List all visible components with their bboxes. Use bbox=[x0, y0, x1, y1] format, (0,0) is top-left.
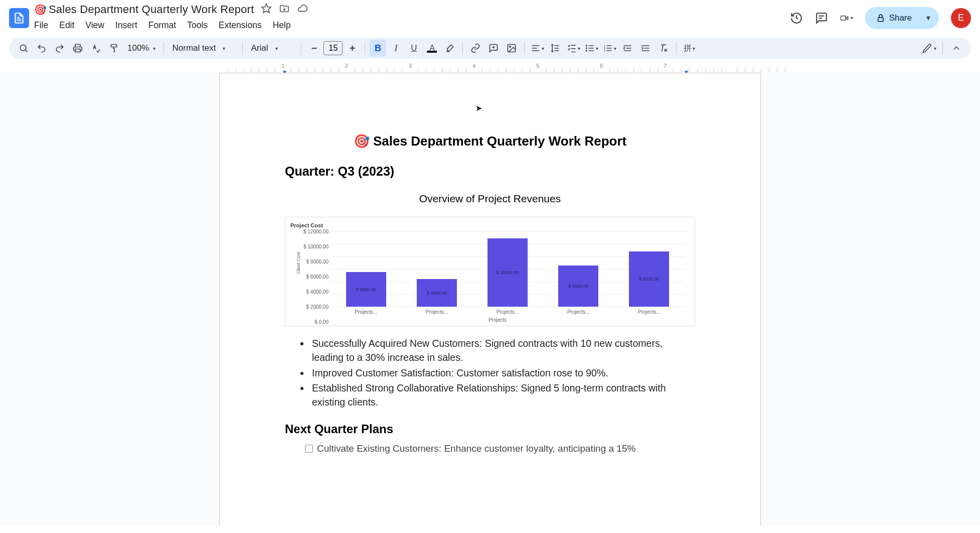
increase-indent-icon[interactable] bbox=[637, 40, 654, 57]
insert-link-icon[interactable] bbox=[467, 40, 484, 57]
quarter-heading[interactable]: Quarter: Q3 (2023) bbox=[285, 164, 695, 179]
svg-rect-1 bbox=[878, 18, 883, 22]
star-icon[interactable] bbox=[261, 3, 272, 16]
ruler-number: 3 bbox=[409, 63, 412, 69]
y-tick-label: $ 2000.00 bbox=[306, 304, 329, 310]
highlight-button[interactable] bbox=[441, 40, 458, 57]
doc-title-text[interactable]: Sales Department Quarterly Work Report bbox=[49, 3, 254, 16]
comments-icon[interactable] bbox=[815, 12, 828, 25]
svg-rect-3 bbox=[75, 49, 80, 52]
move-icon[interactable] bbox=[279, 3, 290, 16]
input-tools-icon[interactable]: 拼▾ bbox=[681, 40, 698, 57]
document-title[interactable]: 🎯 Sales Department Quarterly Work Report bbox=[285, 134, 695, 149]
ruler-number: 5 bbox=[536, 63, 539, 69]
search-menus-icon[interactable] bbox=[15, 40, 32, 57]
menu-format[interactable]: Format bbox=[143, 18, 181, 33]
next-quarter-heading[interactable]: Next Quarter Plans bbox=[285, 422, 695, 436]
underline-button[interactable]: U bbox=[405, 40, 422, 57]
menu-tools[interactable]: Tools bbox=[182, 18, 213, 33]
share-label: Share bbox=[889, 13, 912, 23]
achievements-list[interactable]: Successfully Acquired New Customers: Sig… bbox=[310, 336, 695, 409]
svg-point-8 bbox=[586, 50, 587, 51]
paragraph-style-dropdown[interactable]: Normal text▾ bbox=[168, 43, 238, 53]
list-item[interactable]: Improved Customer Satisfaction: Customer… bbox=[310, 366, 695, 380]
checklist-text: Cultivate Existing Customers: Enhance cu… bbox=[317, 443, 635, 454]
meet-icon[interactable]: ▾ bbox=[840, 12, 853, 25]
menu-edit[interactable]: Edit bbox=[54, 18, 79, 33]
bar: $ 8825.00 bbox=[629, 251, 669, 307]
overview-heading[interactable]: Overview of Project Revenues bbox=[285, 193, 695, 205]
font-dropdown[interactable]: Arial▾ bbox=[247, 43, 297, 53]
share-button[interactable]: Share bbox=[865, 7, 923, 29]
bold-button[interactable]: B bbox=[369, 40, 386, 57]
x-tick-label: Projects... bbox=[426, 309, 448, 315]
checkbox-icon[interactable] bbox=[305, 445, 313, 453]
decrease-font-icon[interactable]: − bbox=[305, 40, 322, 57]
bar: $ 6600.00 bbox=[558, 265, 598, 307]
clear-formatting-icon[interactable] bbox=[655, 40, 672, 57]
ruler-horizontal[interactable]: 1234567▾▾ bbox=[0, 63, 971, 72]
ruler-number: 6 bbox=[600, 63, 603, 69]
zoom-value: 100% bbox=[127, 43, 149, 53]
redo-icon[interactable] bbox=[51, 40, 68, 57]
history-icon[interactable] bbox=[790, 12, 803, 25]
docs-app-icon[interactable] bbox=[9, 8, 29, 28]
ruler-number: 4 bbox=[472, 63, 475, 69]
spellcheck-icon[interactable] bbox=[87, 40, 104, 57]
checklist-item[interactable]: Cultivate Existing Customers: Enhance cu… bbox=[305, 443, 695, 454]
checklist-icon[interactable]: ▾ bbox=[565, 40, 582, 57]
paint-format-icon[interactable] bbox=[105, 40, 122, 57]
text-color-button[interactable]: A bbox=[423, 40, 440, 57]
doc-heading-emoji: 🎯 bbox=[354, 134, 370, 149]
document-canvas[interactable]: ➤ 🎯 Sales Department Quarterly Work Repo… bbox=[0, 73, 980, 525]
print-icon[interactable] bbox=[69, 40, 86, 57]
list-item[interactable]: Successfully Acquired New Customers: Sig… bbox=[310, 336, 695, 365]
cloud-status-icon[interactable] bbox=[297, 3, 308, 16]
page[interactable]: ➤ 🎯 Sales Department Quarterly Work Repo… bbox=[219, 73, 761, 525]
line-spacing-icon[interactable] bbox=[547, 40, 564, 57]
svg-point-2 bbox=[20, 45, 26, 51]
y-tick-label: $ 4000.00 bbox=[306, 289, 329, 295]
menu-file[interactable]: File bbox=[34, 18, 53, 33]
avatar-letter: E bbox=[958, 13, 964, 23]
menu-view[interactable]: View bbox=[80, 18, 109, 33]
insert-image-icon[interactable] bbox=[503, 40, 520, 57]
collapse-toolbar-icon[interactable] bbox=[948, 40, 965, 57]
x-tick-label: Projects... bbox=[638, 309, 660, 315]
doc-title-emoji: 🎯 bbox=[34, 4, 47, 15]
x-axis-label: Projects bbox=[310, 317, 685, 323]
add-comment-icon[interactable] bbox=[485, 40, 502, 57]
x-tick-label: Projects... bbox=[567, 309, 589, 315]
menu-extensions[interactable]: Extensions bbox=[214, 18, 267, 33]
numbered-list-icon[interactable]: 123▾ bbox=[601, 40, 618, 57]
list-item[interactable]: Established Strong Collaborative Relatio… bbox=[310, 381, 695, 410]
x-tick-label: Projects... bbox=[497, 309, 519, 315]
bar-value-label: $ 5500.00 bbox=[356, 287, 376, 292]
increase-font-icon[interactable]: + bbox=[344, 40, 361, 57]
doc-title[interactable]: 🎯Sales Department Quarterly Work Report bbox=[34, 3, 254, 16]
undo-icon[interactable] bbox=[33, 40, 50, 57]
align-dropdown[interactable]: ▾ bbox=[529, 40, 546, 57]
svg-point-6 bbox=[586, 45, 587, 46]
chart-container[interactable]: Project Cost Client Cost $ 5500.00$ 4400… bbox=[285, 217, 695, 326]
y-tick-label: $ 6000.00 bbox=[306, 274, 329, 280]
svg-rect-0 bbox=[841, 16, 846, 20]
decrease-indent-icon[interactable] bbox=[619, 40, 636, 57]
svg-point-5 bbox=[510, 46, 511, 48]
share-dropdown[interactable]: ▾ bbox=[923, 8, 934, 28]
doc-heading-text: Sales Department Quarterly Work Report bbox=[373, 134, 626, 149]
menu-insert[interactable]: Insert bbox=[110, 18, 142, 33]
titlebar: 🎯Sales Department Quarterly Work Report … bbox=[0, 0, 980, 33]
share-button-group: Share ▾ bbox=[865, 7, 939, 29]
ruler-number: 7 bbox=[664, 63, 667, 69]
menu-help[interactable]: Help bbox=[268, 18, 296, 33]
bulleted-list-icon[interactable]: ▾ bbox=[583, 40, 600, 57]
mouse-cursor-icon: ➤ bbox=[475, 103, 482, 113]
font-size-input[interactable] bbox=[323, 41, 343, 55]
bar: $ 10900.00 bbox=[487, 238, 528, 307]
zoom-dropdown[interactable]: 100%▾ bbox=[123, 43, 159, 53]
workspace: 1234567▾▾ ➤ 🎯 Sales Department Quarterly… bbox=[0, 63, 980, 525]
editing-mode-dropdown[interactable]: ▾ bbox=[920, 40, 937, 57]
account-avatar[interactable]: E bbox=[951, 8, 971, 28]
italic-button[interactable]: I bbox=[387, 40, 404, 57]
